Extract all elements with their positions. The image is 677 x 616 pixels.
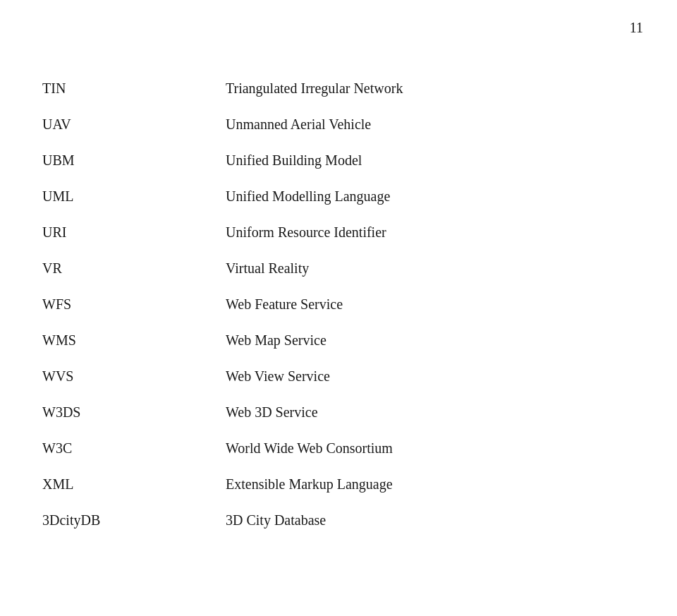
definition-cell: Unified Building Model (226, 143, 635, 179)
definition-cell: Web View Service (226, 358, 635, 394)
abbreviation-cell: W3DS (42, 394, 226, 430)
abbreviation-cell: TIN (42, 71, 226, 107)
definition-cell: Unmanned Aerial Vehicle (226, 107, 635, 143)
page-number: 11 (630, 20, 643, 36)
definition-cell: Web 3D Service (226, 394, 635, 430)
table-row: W3DSWeb 3D Service (42, 394, 635, 430)
abbreviation-cell: WFS (42, 286, 226, 322)
table-row: URIUniform Resource Identifier (42, 215, 635, 250)
definition-cell: Web Feature Service (226, 286, 635, 322)
abbreviation-cell: UBM (42, 143, 226, 179)
table-row: UMLUnified Modelling Language (42, 179, 635, 215)
abbreviation-cell: WVS (42, 358, 226, 394)
abbreviation-cell: W3C (42, 430, 226, 466)
definition-cell: Virtual Reality (226, 250, 635, 286)
abbreviation-cell: XML (42, 466, 226, 502)
table-row: WFSWeb Feature Service (42, 286, 635, 322)
abbreviation-cell: VR (42, 250, 226, 286)
abbreviation-cell: 3DcityDB (42, 502, 226, 538)
definition-cell: Unified Modelling Language (226, 179, 635, 215)
table-row: WMSWeb Map Service (42, 322, 635, 358)
table-row: UBMUnified Building Model (42, 143, 635, 179)
definition-cell: World Wide Web Consortium (226, 430, 635, 466)
definition-cell: Web Map Service (226, 322, 635, 358)
table-row: 3DcityDB3D City Database (42, 502, 635, 538)
abbreviation-cell: URI (42, 215, 226, 250)
table-row: W3CWorld Wide Web Consortium (42, 430, 635, 466)
definition-cell: Extensible Markup Language (226, 466, 635, 502)
table-row: UAVUnmanned Aerial Vehicle (42, 107, 635, 143)
table-row: WVSWeb View Service (42, 358, 635, 394)
table-row: XMLExtensible Markup Language (42, 466, 635, 502)
definition-cell: Uniform Resource Identifier (226, 215, 635, 250)
definition-cell: Triangulated Irregular Network (226, 71, 635, 107)
abbreviation-cell: UAV (42, 107, 226, 143)
definition-cell: 3D City Database (226, 502, 635, 538)
abbreviation-cell: WMS (42, 322, 226, 358)
abbreviation-cell: UML (42, 179, 226, 215)
table-row: TINTriangulated Irregular Network (42, 71, 635, 107)
main-content: TINTriangulated Irregular NetworkUAVUnma… (0, 0, 677, 581)
table-row: VRVirtual Reality (42, 250, 635, 286)
acronym-table: TINTriangulated Irregular NetworkUAVUnma… (42, 71, 635, 538)
